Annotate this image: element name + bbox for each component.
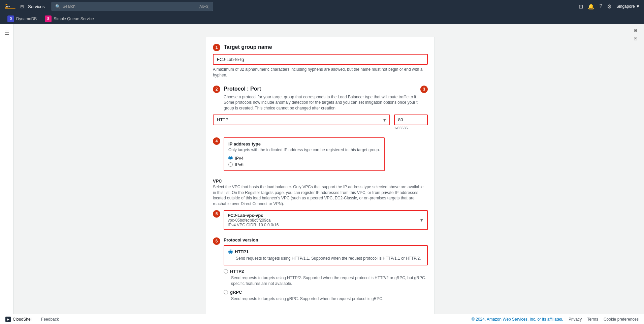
step1-row: 1 Target group name xyxy=(213,44,428,51)
step1-badge: 1 xyxy=(213,44,220,51)
vpc-dropdown-arrow: ▼ xyxy=(419,218,424,223)
cookie-link[interactable]: Cookie preferences xyxy=(604,317,639,322)
step6-badge: 6 xyxy=(213,237,220,245)
bottom-bar: ▶ CloudShell Feedback © 2024, Amazon Web… xyxy=(0,314,644,324)
grpc-radio[interactable] xyxy=(224,290,228,294)
services-btn[interactable]: ⊞ Services xyxy=(20,3,47,10)
aws-logo[interactable]: aws xyxy=(4,3,16,10)
dynamodb-icon: D xyxy=(7,15,14,22)
grid-icon: ⊞ xyxy=(20,4,24,9)
protocol-port-row: HTTP HTTPS TCP TLS ▼ 1-65535 xyxy=(213,115,428,130)
terms-link[interactable]: Terms xyxy=(587,317,598,322)
region-selector[interactable]: Singapore ▼ xyxy=(616,4,640,9)
http2-radio[interactable] xyxy=(224,269,228,273)
protocol-port-section: 2 Protocol : Port 3 Choose a protocol fo… xyxy=(213,86,428,130)
sqs-icon: S xyxy=(45,15,52,22)
target-group-name-section: 1 Target group name A maximum of 32 alph… xyxy=(213,44,428,78)
ipv4-option[interactable]: IPv4 xyxy=(228,156,380,161)
services-button[interactable]: Services xyxy=(25,3,47,10)
vpc-display[interactable]: FCJ-Lab-vpc-vpc vpc-05bdfecb8c5f209ca IP… xyxy=(224,211,427,229)
grpc-label: gRPC xyxy=(230,290,242,295)
bottom-right: © 2024, Amazon Web Services, Inc. or its… xyxy=(472,317,639,322)
ipv6-radio[interactable] xyxy=(228,162,233,167)
sidebar-item-dynamodb[interactable]: D DynamoDB xyxy=(4,14,40,24)
sqs-label: Simple Queue Service xyxy=(54,17,94,21)
protocol-version-section: 6 Protocol version HTTP1 Se xyxy=(213,237,428,302)
ipv4-label: IPv4 xyxy=(235,156,244,161)
vpc-section: VPC Select the VPC that hosts the load b… xyxy=(213,179,428,230)
http2-label: HTTP2 xyxy=(230,269,244,274)
ipv6-option[interactable]: IPv6 xyxy=(228,162,380,167)
copyright-text: © 2024, Amazon Web Services, Inc. or its… xyxy=(472,317,563,322)
search-shortcut: [Alt+S] xyxy=(198,4,210,8)
step1-title: Target group name xyxy=(224,44,272,51)
feedback-label[interactable]: Feedback xyxy=(41,317,59,322)
privacy-link[interactable]: Privacy xyxy=(569,317,582,322)
vpc-description: Select the VPC that hosts the load balan… xyxy=(213,184,428,207)
svg-text:aws: aws xyxy=(6,5,10,7)
sidebar: ☰ xyxy=(0,24,13,324)
form-scroll-area: 1 Target group name A maximum of 32 alph… xyxy=(206,37,435,316)
vpc-id: vpc-05bdfecb8c5f209ca xyxy=(228,218,415,223)
ip-address-label: IP address type xyxy=(228,141,380,147)
vpc-name: FCJ-Lab-vpc-vpc xyxy=(228,213,415,218)
http1-label: HTTP1 xyxy=(235,249,249,254)
search-input[interactable] xyxy=(63,4,196,9)
settings-icon[interactable]: ⚙ xyxy=(607,3,612,10)
main-wrapper: ☰ 1 Target group name A maximum of 32 al… xyxy=(0,24,644,324)
http2-option[interactable]: HTTP2 xyxy=(224,269,428,274)
content-area: 1 Target group name A maximum of 32 alph… xyxy=(13,24,627,324)
form-container: 1 Target group name A maximum of 32 alph… xyxy=(199,31,442,316)
http2-desc: Send requests to targets using HTTP/2. S… xyxy=(231,275,428,287)
ipv6-label: IPv6 xyxy=(235,162,244,167)
help-icon[interactable]: ? xyxy=(599,3,602,9)
bottom-left: ▶ CloudShell Feedback xyxy=(5,317,59,322)
search-icon: 🔍 xyxy=(55,4,61,9)
vpc-select-wrap[interactable]: FCJ-Lab-vpc-vpc vpc-05bdfecb8c5f209ca IP… xyxy=(224,210,428,230)
step2-title: Protocol : Port xyxy=(224,86,261,93)
protocol-select[interactable]: HTTP HTTPS TCP TLS xyxy=(213,115,390,125)
search-bar[interactable]: 🔍 [Alt+S] xyxy=(52,2,213,11)
step5-badge: 5 xyxy=(213,210,220,218)
grpc-desc: Send requests to targets using gRPC. Sup… xyxy=(231,296,428,302)
bell-icon[interactable]: 🔔 xyxy=(588,3,594,10)
step1-hint: A maximum of 32 alphanumeric characters … xyxy=(213,67,428,78)
top-nav: aws ⊞ Services 🔍 [Alt+S] ⊡ 🔔 ? ⚙ Singapo… xyxy=(0,0,644,13)
dynamodb-label: DynamoDB xyxy=(16,17,37,21)
monitor-icon[interactable]: ⊡ xyxy=(634,36,638,41)
step2-badge: 2 xyxy=(213,86,220,93)
top-divider xyxy=(206,31,435,31)
location-icon[interactable]: ⊕ xyxy=(634,28,638,33)
right-panel: ⊕ ⊡ xyxy=(627,24,644,324)
step2-description: Choose a protocol for your target group … xyxy=(224,94,428,111)
http1-option[interactable]: HTTP1 xyxy=(228,249,423,254)
http1-radio[interactable] xyxy=(228,250,233,254)
protocol-version-label: Protocol version xyxy=(224,237,428,242)
hamburger-icon[interactable]: ☰ xyxy=(2,28,11,38)
cloudshell-icon: ▶ xyxy=(5,317,11,322)
port-wrap: 1-65535 xyxy=(394,115,428,130)
vpc-label: VPC xyxy=(213,179,428,184)
nav-right: ⊡ 🔔 ? ⚙ Singapore ▼ xyxy=(579,3,640,10)
target-group-name-input[interactable] xyxy=(213,54,428,65)
http1-desc: Send requests to targets using HTTP/1.1.… xyxy=(236,256,423,261)
http1-option-box: HTTP1 Send requests to targets using HTT… xyxy=(224,245,428,265)
ipv4-radio[interactable] xyxy=(228,156,233,160)
grpc-option[interactable]: gRPC xyxy=(224,290,428,295)
port-hint: 1-65535 xyxy=(394,126,428,130)
port-input[interactable] xyxy=(394,115,428,125)
sidebar-item-sqs[interactable]: S Simple Queue Service xyxy=(41,14,97,24)
step3-badge: 3 xyxy=(420,86,428,93)
ip-address-type-section: 4 IP address type Only targets with the … xyxy=(213,137,428,171)
ip-address-hint: Only targets with the indicated IP addre… xyxy=(228,147,380,153)
step4-badge: 4 xyxy=(213,137,220,145)
ip-address-box: IP address type Only targets with the in… xyxy=(224,137,385,171)
terminal-icon[interactable]: ⊡ xyxy=(579,3,583,10)
vpc-cidr: IPv4 VPC CIDR: 10.0.0.0/16 xyxy=(228,223,415,227)
protocol-select-wrap: HTTP HTTPS TCP TLS ▼ xyxy=(213,115,390,125)
second-nav: D DynamoDB S Simple Queue Service xyxy=(0,13,644,24)
cloudshell-label[interactable]: CloudShell xyxy=(13,317,32,322)
